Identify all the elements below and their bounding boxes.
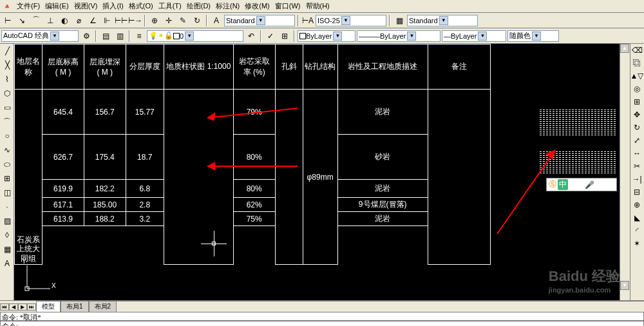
dim-linear-icon[interactable]: ⊢: [1, 14, 14, 27]
toolpalette-icon[interactable]: ▤: [99, 30, 112, 43]
menu-format[interactable]: 格式(O): [126, 0, 156, 12]
tab-layout1[interactable]: 布局1: [61, 301, 89, 312]
dim-angular-icon[interactable]: ∠: [86, 14, 99, 27]
move-icon[interactable]: ✥: [630, 108, 643, 121]
layer-combo[interactable]: 💡 ☀ 🔓 0▼: [147, 30, 243, 42]
ime-emoji-icon[interactable]: ☺: [576, 180, 583, 189]
rectangle-icon[interactable]: ▭: [1, 101, 14, 114]
explode-icon[interactable]: ✶: [630, 237, 643, 250]
dim-ordinate-icon[interactable]: ⊥: [44, 14, 57, 27]
dim-baseline-icon[interactable]: ⊢⊢: [115, 14, 128, 27]
ellipse-icon[interactable]: ⬭: [1, 158, 14, 171]
offset-icon[interactable]: ◎: [630, 82, 643, 95]
polygon-icon[interactable]: ⬡: [1, 87, 14, 100]
xline-icon[interactable]: ╳: [1, 59, 14, 72]
lineweight-combo[interactable]: — ByLayer▼: [442, 30, 506, 42]
hatch-icon[interactable]: ▨: [1, 215, 14, 227]
dim-aligned-icon[interactable]: ↘: [15, 14, 28, 27]
arc-icon[interactable]: ⌒: [1, 115, 14, 128]
workspace-combo[interactable]: AutoCAD 经典▼: [1, 30, 79, 42]
point-icon[interactable]: ·: [1, 200, 14, 213]
menu-help[interactable]: 帮助(H): [303, 0, 332, 12]
chamfer-icon[interactable]: ◣: [630, 211, 643, 224]
table-style-icon[interactable]: ▦: [393, 14, 406, 27]
ime-mode[interactable]: 中: [558, 179, 568, 190]
ime-toolbar[interactable]: Ⓢ 中 •, ☺ 🎤 ⌨ ✎: [546, 178, 617, 191]
dim-diameter-icon[interactable]: ⌀: [72, 14, 85, 27]
line-icon[interactable]: ╱: [1, 44, 14, 57]
break-icon[interactable]: ⊟: [630, 186, 643, 198]
tab-layout2[interactable]: 布局2: [89, 301, 117, 312]
plotstyle-combo[interactable]: 随颜色▼: [507, 30, 559, 42]
menu-draw[interactable]: 绘图(D): [184, 0, 213, 12]
layer-prev-icon[interactable]: ↶: [245, 30, 258, 43]
sheetset-icon[interactable]: ▥: [113, 30, 126, 43]
scroll-up-icon[interactable]: ▲: [620, 44, 629, 53]
mtext-icon[interactable]: A: [1, 257, 14, 270]
spline-icon[interactable]: ∿: [1, 144, 14, 157]
color-combo[interactable]: ByLayer▼: [298, 30, 355, 42]
sun-icon: ☀: [158, 32, 164, 40]
col-thick: 分层厚度: [126, 44, 164, 90]
tab-nav[interactable]: ⏮◀▶⏭: [0, 303, 36, 311]
make-current-icon[interactable]: ✓: [264, 30, 277, 43]
region-icon[interactable]: ◊: [1, 229, 14, 242]
fillet-icon[interactable]: ◜: [630, 224, 643, 237]
insert-icon[interactable]: ⊞: [1, 172, 14, 185]
text-style-icon[interactable]: A: [210, 14, 223, 27]
command-input[interactable]: 命令:: [0, 321, 644, 326]
lightbulb-icon: 💡: [149, 32, 158, 40]
ime-settings-icon[interactable]: ✎: [608, 180, 614, 189]
menu-view[interactable]: 视图(V): [71, 0, 100, 12]
array-icon[interactable]: ⊞: [630, 95, 643, 108]
ime-mic-icon[interactable]: 🎤: [585, 180, 594, 189]
dim-radius-icon[interactable]: ◐: [58, 14, 71, 27]
layout-tabs: ⏮◀▶⏭ 模型 布局1 布局2: [0, 300, 644, 312]
circle-icon[interactable]: ○: [1, 129, 14, 142]
mirror-icon[interactable]: ▲▽: [630, 70, 643, 82]
menu-dim[interactable]: 标注(N): [213, 0, 242, 12]
col-depth: 层底埋深( M ): [84, 44, 126, 90]
menu-file[interactable]: 文件(F): [14, 0, 43, 12]
dim-continue-icon[interactable]: ⊢→: [129, 14, 142, 27]
layer-manager-icon[interactable]: ≡: [133, 30, 146, 43]
block-icon[interactable]: ◫: [1, 186, 14, 199]
linetype-combo[interactable]: ——— ByLayer▼: [357, 30, 440, 42]
dim-style-icon[interactable]: ⊢A: [301, 14, 314, 27]
scrollbar-vertical[interactable]: ▲ ▼: [620, 44, 630, 300]
drawing-canvas[interactable]: 地层名称 层底标高( M ) 层底埋深( M ) 分层厚度 地质柱状图 1:10…: [14, 44, 630, 300]
scale-icon[interactable]: ⤢: [630, 134, 643, 147]
scroll-down-icon[interactable]: ▼: [620, 281, 629, 290]
cell: 188.2: [84, 212, 126, 226]
dim-arc-icon[interactable]: ⌒: [30, 14, 43, 27]
table-icon[interactable]: ▦: [1, 243, 14, 256]
copy-icon[interactable]: ⿻: [630, 57, 643, 70]
trim-icon[interactable]: ✂: [630, 160, 643, 173]
join-icon[interactable]: ⊕: [630, 198, 643, 211]
ime-punct-icon[interactable]: •,: [569, 180, 574, 189]
menu-edit[interactable]: 编辑(E): [43, 0, 71, 12]
menu-insert[interactable]: 插入(I): [100, 0, 126, 12]
dim-quick-icon[interactable]: ⊩: [100, 14, 113, 27]
workspace-settings-icon[interactable]: ⚙: [80, 30, 93, 43]
erase-icon[interactable]: ⌫: [630, 44, 643, 57]
menu-window[interactable]: 窗口(W): [272, 0, 303, 12]
app-icon: 🔺: [0, 1, 14, 12]
table-style-combo[interactable]: Standard▼: [407, 15, 478, 26]
rotate-icon[interactable]: ↻: [630, 121, 643, 134]
dim-edit-icon[interactable]: ✎: [176, 14, 189, 27]
menu-modify[interactable]: 修改(M): [242, 0, 272, 12]
stretch-icon[interactable]: ↔: [630, 147, 643, 160]
text-style-combo[interactable]: Standard▼: [224, 15, 295, 26]
menu-tools[interactable]: 工具(T): [156, 0, 184, 12]
cell: 185.00: [84, 198, 126, 212]
center-mark-icon[interactable]: ✛: [162, 14, 175, 27]
pline-icon[interactable]: ⌇: [1, 73, 14, 86]
dim-style-combo[interactable]: ISO-25▼: [316, 15, 386, 26]
tolerance-icon[interactable]: ⊕: [148, 14, 161, 27]
dim-update-icon[interactable]: ↻: [191, 14, 204, 27]
tab-model[interactable]: 模型: [36, 301, 61, 312]
layer-match-icon[interactable]: ⊞: [278, 30, 291, 43]
extend-icon[interactable]: →|: [630, 173, 643, 186]
ime-keyboard-icon[interactable]: ⌨: [596, 180, 607, 189]
